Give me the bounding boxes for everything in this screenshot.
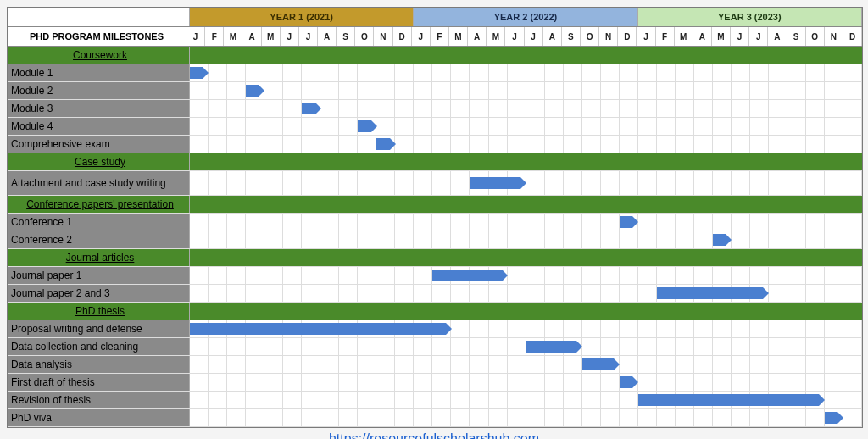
month-header-cell: J: [412, 27, 431, 46]
grid-area: [190, 196, 862, 213]
month-header-cell: M: [712, 27, 731, 46]
task-label: Proposal writing and defense: [8, 320, 190, 337]
section-label: Coursework: [8, 47, 190, 64]
gantt-bar: [582, 358, 614, 370]
task-label: Conference 2: [8, 231, 190, 248]
grid-area: [190, 285, 862, 302]
task-row: Conference 1: [8, 214, 862, 231]
month-header-cell: N: [374, 27, 392, 46]
grid-area: [190, 303, 862, 320]
month-header-cell: F: [656, 27, 675, 46]
task-label: Module 3: [8, 100, 190, 117]
task-row: Data collection and cleaning: [8, 338, 862, 356]
gantt-bar: [526, 341, 576, 353]
month-header-cell: N: [599, 27, 618, 46]
footer-link[interactable]: https://resourcefulscholarshub.com: [7, 428, 861, 439]
month-header-row: PHD PROGRAM MILESTONES JFMAMJJASONDJFMAM…: [8, 26, 862, 47]
task-row: Module 4: [8, 118, 862, 136]
month-header-cell: N: [825, 27, 843, 46]
task-row: Module 3: [8, 100, 862, 118]
month-header-cell: J: [186, 27, 205, 46]
month-header-cell: A: [318, 27, 337, 46]
month-header-cell: J: [637, 27, 655, 46]
month-header-cell: M: [487, 27, 505, 46]
task-label: Comprehensive exam: [8, 136, 190, 153]
task-row: First draft of thesis: [8, 374, 862, 392]
grid-area: [190, 118, 862, 135]
grid-area: [190, 100, 862, 117]
section-row: Journal articles: [8, 249, 862, 267]
grid-area: [190, 136, 862, 153]
month-header-cell: A: [242, 27, 261, 46]
month-header-cell: A: [768, 27, 787, 46]
grid-area: [190, 47, 862, 64]
task-row: Journal paper 2 and 3: [8, 285, 862, 303]
month-header-cell: J: [281, 27, 299, 46]
grid-area: [190, 338, 862, 355]
month-header-cell: D: [393, 27, 412, 46]
month-header-cell: A: [543, 27, 562, 46]
task-label: Module 2: [8, 82, 190, 99]
month-header-cell: F: [205, 27, 224, 46]
task-label: Attachment and case study writing: [8, 171, 190, 195]
task-row: Comprehensive exam: [8, 136, 862, 153]
year-header-row: YEAR 1 (2021) YEAR 2 (2022) YEAR 3 (2023…: [8, 8, 862, 26]
section-label: Conference papers' presentation: [8, 196, 190, 213]
section-row: PhD thesis: [8, 303, 862, 320]
grid-area: [190, 409, 862, 426]
task-row: Attachment and case study writing: [8, 171, 862, 196]
month-header-cell: M: [675, 27, 693, 46]
gantt-bar: [358, 120, 370, 132]
grid-area: [190, 320, 862, 337]
grid-area: [190, 267, 862, 284]
month-header-cell: J: [731, 27, 749, 46]
task-label: Module 1: [8, 64, 190, 81]
task-label: Conference 1: [8, 214, 190, 231]
gantt-bar: [376, 138, 389, 150]
grid-area: [190, 249, 862, 266]
source-url[interactable]: https://resourcefulscholarshub.com: [329, 431, 539, 439]
month-header-cell: M: [449, 27, 468, 46]
task-label: Data analysis: [8, 356, 190, 373]
grid-area: [190, 231, 862, 248]
gantt-bar: [713, 234, 726, 246]
year-2-header: YEAR 2 (2022): [414, 8, 637, 26]
task-label: Data collection and cleaning: [8, 338, 190, 355]
section-label: Case study: [8, 153, 190, 170]
task-row: PhD viva: [8, 409, 862, 427]
grid-area: [190, 82, 862, 99]
grid-area: [190, 374, 862, 391]
month-header-cell: M: [224, 27, 242, 46]
task-row: Data analysis: [8, 356, 862, 374]
header-spacer: [8, 8, 190, 26]
month-header-cell: S: [337, 27, 355, 46]
task-row: Journal paper 1: [8, 267, 862, 285]
month-header-cell: A: [693, 27, 712, 46]
month-header-cell: S: [562, 27, 581, 46]
chart-title: PHD PROGRAM MILESTONES: [8, 27, 186, 46]
month-header-cell: A: [468, 27, 487, 46]
month-header-cell: O: [581, 27, 599, 46]
task-label: Revision of thesis: [8, 392, 190, 408]
gantt-bar: [638, 394, 820, 406]
grid-area: [190, 214, 862, 231]
grid-area: [190, 392, 862, 408]
task-label: Journal paper 1: [8, 267, 190, 284]
section-row: Coursework: [8, 47, 862, 64]
month-header-cell: J: [505, 27, 524, 46]
gantt-bar: [620, 216, 632, 228]
task-row: Revision of thesis: [8, 392, 862, 409]
gantt-bar: [302, 103, 314, 114]
year-1-header: YEAR 1 (2021): [190, 8, 414, 26]
gantt-bar: [470, 177, 520, 189]
task-row: Module 2: [8, 82, 862, 100]
month-header-cell: J: [299, 27, 318, 46]
section-row: Conference papers' presentation: [8, 196, 862, 214]
task-row: Proposal writing and defense: [8, 320, 862, 338]
month-header-cell: O: [806, 27, 825, 46]
year-3-header: YEAR 3 (2023): [638, 8, 862, 26]
task-row: Conference 2: [8, 231, 862, 249]
gantt-bar: [246, 85, 259, 97]
month-header-cell: F: [431, 27, 449, 46]
gantt-bar: [190, 67, 203, 79]
